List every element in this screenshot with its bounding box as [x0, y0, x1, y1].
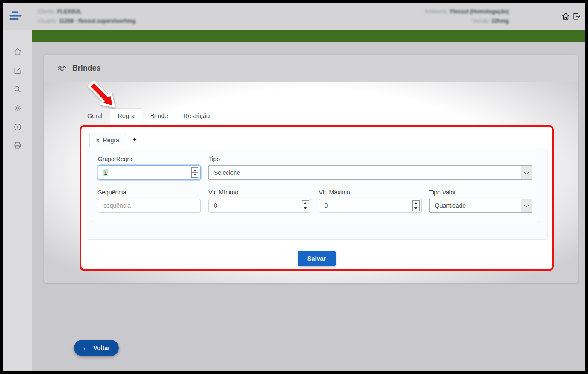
spin-down-icon[interactable] — [302, 206, 309, 211]
sidebar-plus-circle-icon[interactable] — [13, 123, 22, 131]
client-label: Cliente: — [38, 9, 56, 15]
chevron-down-icon — [524, 203, 529, 207]
client-value: FLEXSUL — [57, 9, 82, 15]
tipo-selected-value: Selecione — [214, 169, 240, 176]
tab-brinde[interactable]: Brinde — [142, 108, 176, 124]
spin-up-icon[interactable] — [192, 168, 198, 173]
tab-regra[interactable]: Regra — [110, 108, 142, 124]
tipo-valor-select[interactable]: Quantidade — [429, 199, 532, 213]
grupo-regra-group: Grupo Regra 1 — [98, 156, 201, 183]
environment-info: Ambiente: Flexsul (Homologação) Versão: … — [425, 7, 509, 26]
vlr-maximo-spinner[interactable] — [412, 200, 420, 211]
left-arrow-icon: ← — [83, 344, 89, 352]
version-value: 22hmg — [492, 18, 509, 24]
tipo-valor-group: Tipo Valor Quantidade — [429, 189, 532, 217]
subtab-regra[interactable]: × Regra — [89, 133, 126, 147]
vlr-maximo-label: Vlr. Máximo — [319, 189, 422, 196]
tab-geral[interactable]: Geral — [80, 108, 110, 124]
spin-up-icon[interactable] — [413, 201, 419, 206]
save-button[interactable]: Salvar — [298, 251, 336, 266]
dropdown-button[interactable] — [521, 199, 532, 212]
sidebar — [3, 30, 32, 371]
tipo-select[interactable]: Selecione — [208, 165, 532, 180]
tipo-valor-label: Tipo Valor — [429, 189, 532, 196]
vlr-minimo-group: Vlr. Mínimo 0 — [208, 189, 311, 217]
tipo-group: Tipo Selecione — [208, 156, 532, 183]
vlr-minimo-value: 0 — [214, 202, 301, 209]
dropdown-button[interactable] — [521, 166, 532, 179]
tipo-label: Tipo — [208, 156, 532, 162]
client-info: Cliente: FLEXSUL Usuário: 11268 - flexsu… — [38, 7, 136, 26]
sequencia-group: Sequência — [98, 189, 201, 217]
vlr-maximo-group: Vlr. Máximo 0 — [319, 189, 422, 217]
vlr-maximo-value: 0 — [325, 202, 412, 209]
back-button[interactable]: ← Voltar — [74, 340, 119, 356]
grupo-regra-spinner[interactable] — [191, 167, 198, 178]
grupo-regra-value: 1 — [103, 169, 108, 176]
close-icon[interactable]: × — [96, 137, 100, 144]
add-rule-tab[interactable]: + — [126, 133, 143, 147]
brindes-icon — [58, 65, 67, 72]
vlr-minimo-spinner[interactable] — [302, 200, 309, 211]
grupo-regra-label: Grupo Regra — [98, 156, 201, 162]
vlr-maximo-input[interactable]: 0 — [319, 199, 422, 213]
vlr-minimo-label: Vlr. Mínimo — [208, 189, 311, 196]
annotation-red-box: × Regra + Grupo Regra 1 Tipo S — [80, 125, 554, 271]
spin-down-icon[interactable] — [192, 173, 198, 177]
env-label: Ambiente: — [425, 9, 449, 15]
logout-icon[interactable] — [572, 12, 581, 21]
main-tabs: Geral Regra Brinde Restrição — [80, 108, 217, 124]
vlr-minimo-input[interactable]: 0 — [208, 199, 311, 213]
app-window: Cliente: FLEXSUL Usuário: 11268 - flexsu… — [3, 3, 585, 371]
rule-subtabs: × Regra + — [89, 133, 143, 147]
user-value: 11268 - flexsul.supervisorhmg — [59, 18, 136, 24]
sidebar-printer-icon[interactable] — [13, 141, 22, 150]
env-value: Flexsul (Homologação) — [450, 9, 509, 15]
screenshot-frame: Cliente: FLEXSUL Usuário: 11268 - flexsu… — [0, 0, 588, 374]
green-accent-bar — [32, 30, 585, 42]
spin-down-icon[interactable] — [413, 206, 419, 211]
version-label: Versão: — [472, 18, 490, 24]
spin-up-icon[interactable] — [302, 201, 309, 206]
rule-form: Grupo Regra 1 Tipo Selecione Sequência — [91, 149, 539, 223]
subtab-regra-label: Regra — [103, 137, 119, 144]
sidebar-home-icon[interactable] — [13, 47, 22, 56]
tab-restricao[interactable]: Restrição — [176, 108, 217, 124]
sequencia-label: Sequência — [98, 189, 201, 196]
tipo-valor-selected-value: Quantidade — [435, 202, 466, 209]
back-button-label: Voltar — [93, 345, 110, 351]
chevron-down-icon — [524, 169, 529, 174]
sidebar-gear-icon[interactable] — [13, 104, 22, 112]
home-icon[interactable] — [561, 12, 570, 21]
top-header: Cliente: FLEXSUL Usuário: 11268 - flexsu… — [3, 3, 585, 30]
menu-hamburger-icon[interactable] — [9, 12, 24, 22]
grupo-regra-input[interactable]: 1 — [98, 165, 201, 180]
user-label: Usuário: — [38, 18, 58, 24]
page-title: Brindes — [72, 64, 101, 73]
card-header: Brindes — [44, 55, 578, 82]
sequencia-input[interactable] — [98, 199, 201, 213]
sidebar-search-icon[interactable] — [13, 85, 22, 94]
sidebar-edit-icon[interactable] — [13, 66, 22, 75]
